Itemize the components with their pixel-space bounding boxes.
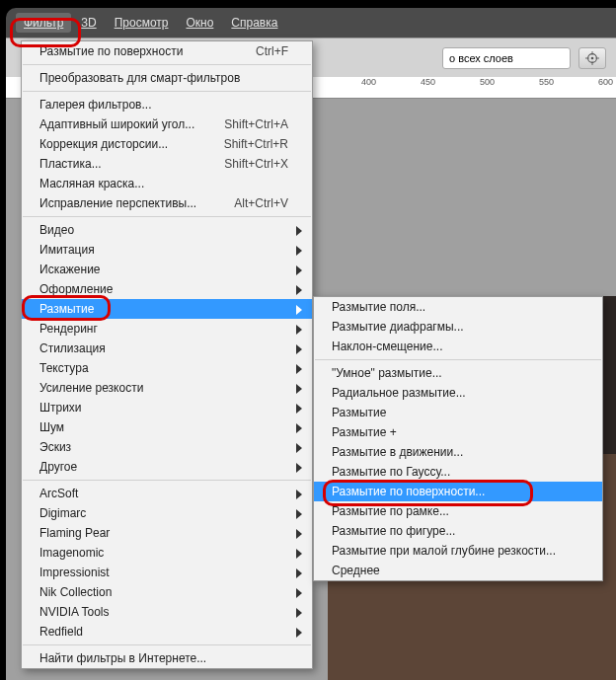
menu-help[interactable]: Справка [223, 13, 285, 33]
menu-item[interactable]: Галерея фильтров... [22, 95, 312, 114]
ruler-tick-label: 600 [598, 77, 613, 87]
menu-item[interactable]: Масляная краска... [22, 174, 312, 193]
menu-item-label: Impressionist [39, 566, 110, 579]
menu-3d[interactable]: 3D [73, 13, 104, 33]
menu-item[interactable]: Размытие по фигуре... [314, 521, 602, 541]
menu-item-label: Радиальное размытие... [332, 386, 466, 400]
menu-item[interactable]: Размытие в движении... [314, 442, 602, 462]
menu-item-label: Другое [39, 460, 77, 474]
menu-item[interactable]: Рендеринг [22, 319, 312, 339]
sample-select[interactable]: о всех слоев [442, 47, 571, 69]
menu-item-label: Размытие по рамке... [332, 504, 449, 518]
menubar: Фильтр 3D Просмотр Окно Справка [6, 8, 616, 38]
menu-separator [23, 91, 311, 92]
menu-item[interactable]: Размытие [314, 403, 602, 422]
menu-item[interactable]: Исправление перспективы...Alt+Ctrl+V [22, 193, 312, 213]
chevron-right-icon [296, 548, 306, 558]
menu-item[interactable]: Другое [22, 457, 312, 477]
menu-item[interactable]: Текстура [22, 358, 312, 378]
menu-item[interactable]: Пластика...Shift+Ctrl+X [22, 154, 312, 174]
menu-item[interactable]: Адаптивный широкий угол...Shift+Ctrl+A [22, 114, 312, 134]
menu-item[interactable]: Размытие по рамке... [314, 501, 602, 521]
menu-item[interactable]: Redfield [22, 622, 312, 642]
menu-item-label: Imagenomic [39, 546, 104, 560]
menu-item-label: Текстура [39, 361, 89, 375]
menu-item-last-filter[interactable]: Размытие по поверхности Ctrl+F [22, 41, 312, 61]
menu-item[interactable]: Размытие поля... [314, 297, 602, 317]
menu-item[interactable]: Штрихи [22, 398, 312, 417]
menu-item-label: Flaming Pear [39, 526, 110, 540]
menu-item-label: Адаптивный широкий угол... [39, 117, 194, 131]
menu-item[interactable]: Видео [22, 220, 312, 240]
menu-item-label: Размытие по поверхности [39, 44, 183, 58]
menu-item[interactable]: Радиальное размытие... [314, 383, 602, 403]
menu-item-label: Размытие диафрагмы... [332, 320, 464, 334]
menu-item-label: Стилизация [39, 341, 106, 355]
menu-item-surface-blur[interactable]: Размытие по поверхности... [314, 482, 602, 501]
ruler-tick-label: 400 [361, 77, 376, 87]
chevron-right-icon [296, 403, 306, 413]
target-icon [585, 51, 599, 65]
ruler-tick-label: 500 [480, 77, 495, 87]
menu-item[interactable]: Размытие при малой глубине резкости... [314, 541, 602, 561]
chevron-right-icon [296, 324, 306, 334]
chevron-right-icon [296, 284, 306, 294]
menu-item[interactable]: Наклон-смещение... [314, 337, 602, 356]
menu-item[interactable]: Flaming Pear [22, 523, 312, 543]
menu-item-label: Преобразовать для смарт-фильтров [39, 71, 240, 85]
chevron-right-icon [296, 627, 306, 637]
menu-item-label: Рендеринг [39, 322, 98, 336]
menu-item-browse-filters[interactable]: Найти фильтры в Интернете... [22, 648, 312, 668]
menu-item-label: ArcSoft [39, 487, 78, 500]
menu-item-label: Усиление резкости [39, 381, 143, 395]
chevron-right-icon [296, 383, 306, 393]
menu-item[interactable]: Nik Collection [22, 582, 312, 602]
menu-item[interactable]: Размытие диафрагмы... [314, 317, 602, 337]
menu-item-label: Искажение [39, 263, 101, 276]
menu-item-label: Размытие при малой глубине резкости... [332, 544, 556, 558]
menu-item-label: Масляная краска... [39, 177, 144, 190]
menu-item-blur[interactable]: Размытие [22, 299, 312, 319]
menu-item-label: Коррекция дисторсии... [39, 137, 168, 151]
menu-item[interactable]: Имитация [22, 240, 312, 260]
menu-item[interactable]: Размытие по Гауссу... [314, 462, 602, 482]
menu-separator [23, 64, 311, 65]
menu-view[interactable]: Просмотр [107, 13, 177, 33]
menu-item-label: Эскиз [39, 440, 71, 454]
menu-item[interactable]: Стилизация [22, 339, 312, 358]
menu-item[interactable]: Усиление резкости [22, 378, 312, 398]
menu-item[interactable]: Размытие + [314, 422, 602, 442]
menu-item-label: Наклон-смещение... [332, 340, 443, 353]
blur-submenu: Размытие поля...Размытие диафрагмы...Нак… [313, 296, 603, 581]
menu-item-label: Шум [39, 420, 64, 434]
menu-item-shortcut: Ctrl+F [256, 44, 288, 58]
filter-menu: Размытие по поверхности Ctrl+F Преобразо… [21, 40, 313, 669]
menu-item-label: Размытие [39, 302, 94, 316]
menu-item[interactable]: ArcSoft [22, 484, 312, 503]
menu-filter[interactable]: Фильтр [16, 13, 71, 33]
target-icon-button[interactable] [578, 47, 606, 69]
ruler-tick-label: 450 [421, 77, 435, 87]
menu-separator [23, 480, 311, 481]
menu-item[interactable]: "Умное" размытие... [314, 363, 602, 383]
chevron-right-icon [296, 607, 306, 617]
menu-item[interactable]: Искажение [22, 260, 312, 279]
menu-item[interactable]: Digimarc [22, 503, 312, 523]
menu-item-convert-smart[interactable]: Преобразовать для смарт-фильтров [22, 68, 312, 88]
chevron-right-icon [296, 264, 306, 274]
menu-item[interactable]: Оформление [22, 279, 312, 299]
ruler-tick-label: 550 [539, 77, 554, 87]
chevron-right-icon [296, 528, 306, 538]
menu-item-label: Размытие поля... [332, 300, 425, 314]
menu-item[interactable]: Эскиз [22, 437, 312, 457]
menu-item[interactable]: Среднее [314, 561, 602, 580]
app-window: Фильтр 3D Просмотр Окно Справка о всех с… [0, 0, 616, 680]
menu-item[interactable]: Шум [22, 417, 312, 437]
menu-item[interactable]: Impressionist [22, 563, 312, 582]
menu-item[interactable]: Коррекция дисторсии...Shift+Ctrl+R [22, 134, 312, 154]
menu-item-shortcut: Shift+Ctrl+R [224, 137, 288, 151]
menu-item[interactable]: Imagenomic [22, 543, 312, 563]
menu-item[interactable]: NVIDIA Tools [22, 602, 312, 622]
menu-item-shortcut: Shift+Ctrl+A [224, 117, 288, 131]
menu-window[interactable]: Окно [178, 13, 221, 33]
